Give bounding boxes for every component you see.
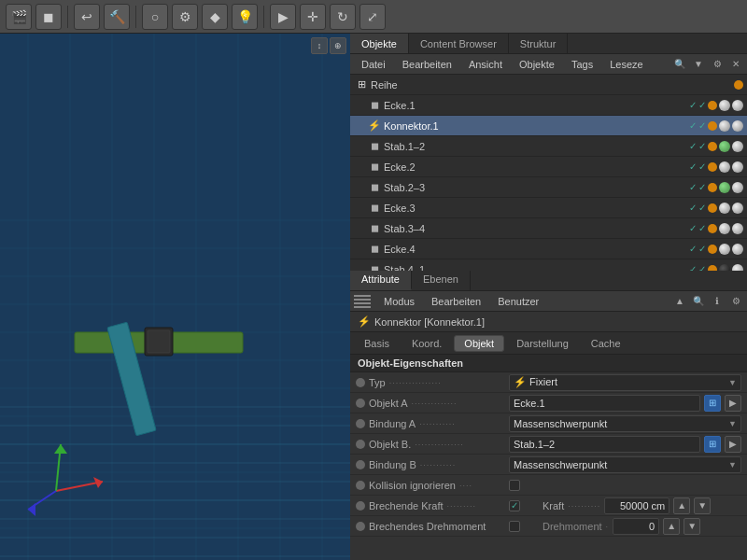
field-dot-bb bbox=[356, 460, 365, 469]
separator-2 bbox=[135, 6, 136, 28]
field-drehmoment-value: Drehmoment · ▲ ▼ bbox=[509, 518, 741, 535]
kraft-up[interactable]: ▲ bbox=[673, 497, 690, 514]
menu-objekte[interactable]: Objekte bbox=[512, 57, 562, 72]
scale-button[interactable]: ⤢ bbox=[359, 4, 386, 30]
kollision-checkbox[interactable] bbox=[509, 480, 520, 491]
tab-content-browser[interactable]: Content Browser bbox=[409, 34, 509, 53]
attr-menu-modus[interactable]: Modus bbox=[376, 294, 422, 309]
drehmoment-down[interactable]: ▼ bbox=[684, 518, 700, 535]
subtab-objekt[interactable]: Objekt bbox=[454, 335, 504, 352]
film-button[interactable]: 🎬 bbox=[6, 4, 32, 30]
menu-ansicht[interactable]: Ansicht bbox=[461, 57, 510, 72]
field-objekt-b-value: ⊞ ▶ bbox=[509, 436, 741, 453]
kraft-input[interactable] bbox=[604, 497, 669, 514]
gear-button[interactable]: ⚙ bbox=[172, 4, 198, 30]
bulb-button[interactable]: 💡 bbox=[232, 4, 258, 30]
subtab-basis[interactable]: Basis bbox=[354, 335, 400, 352]
settings-icon[interactable]: ⚙ bbox=[710, 57, 725, 72]
filter-icon[interactable]: ▼ bbox=[691, 57, 706, 72]
list-item-ecke4[interactable]: ◼ Ecke.4 ✓ ✓ bbox=[350, 239, 747, 259]
circle-button[interactable]: ○ bbox=[142, 4, 168, 30]
material-ball-2 bbox=[732, 100, 743, 111]
list-item-stab41[interactable]: ◼ Stab.4–1 ✓ ✓ bbox=[350, 259, 747, 271]
subtab-cache[interactable]: Cache bbox=[581, 335, 631, 352]
objekt-b-arrow-btn[interactable]: ▶ bbox=[725, 436, 741, 453]
list-item-stab12[interactable]: ◼ Stab.1–2 ✓ ✓ bbox=[350, 136, 747, 157]
list-item-konnektor1[interactable]: ⚡ Konnektor.1 ✓ ✓ bbox=[350, 116, 747, 136]
separator-1 bbox=[67, 6, 68, 28]
attr-info-icon[interactable]: ℹ bbox=[710, 294, 725, 309]
kraft-checkbox[interactable]: ✓ bbox=[509, 500, 520, 511]
list-item-stab34[interactable]: ◼ Stab.3–4 ✓ ✓ bbox=[350, 218, 747, 239]
obj-name-stab23: Stab.2–3 bbox=[384, 182, 689, 193]
menu-tags[interactable]: Tags bbox=[564, 57, 600, 72]
vp-move-btn[interactable]: ↕ bbox=[311, 37, 328, 54]
subtab-koord[interactable]: Koord. bbox=[402, 335, 452, 352]
obj-name-stab41: Stab.4–1 bbox=[384, 264, 689, 272]
obj-row-controls: ✓ ✓ bbox=[689, 120, 743, 132]
attr-fields: Typ ················ ⚡ Fixiert ▼ Obje bbox=[350, 372, 747, 560]
arrow-button[interactable]: ↩ bbox=[74, 4, 100, 30]
list-item-reihe[interactable]: ⊞ Reihe bbox=[350, 75, 747, 95]
menu-datei[interactable]: Datei bbox=[354, 57, 393, 72]
menu-leseze[interactable]: Leseze bbox=[602, 57, 650, 72]
attr-search-icon[interactable]: 🔍 bbox=[691, 294, 706, 309]
diamond-button[interactable]: ◆ bbox=[202, 4, 228, 30]
subtab-darstellung[interactable]: Darstellung bbox=[506, 335, 579, 352]
attr-tabs: Attribute Ebenen bbox=[350, 271, 747, 291]
tab-ebenen[interactable]: Ebenen bbox=[412, 271, 471, 290]
tab-struktur[interactable]: Struktur bbox=[509, 34, 569, 53]
box-icon-8: ◼ bbox=[367, 262, 382, 272]
material-ball-2 bbox=[732, 264, 743, 272]
field-bindung-a-value: Massenschwerpunkt ▼ bbox=[509, 415, 741, 432]
move-button[interactable]: ✛ bbox=[300, 4, 326, 30]
typ-dropdown[interactable]: ⚡ Fixiert ▼ bbox=[509, 374, 741, 391]
bindung-a-dropdown[interactable]: Massenschwerpunkt ▼ bbox=[509, 415, 741, 432]
orange-dot bbox=[708, 142, 717, 151]
list-item-ecke1[interactable]: ◼ Ecke.1 ✓ ✓ bbox=[350, 95, 747, 116]
field-dot-koll bbox=[356, 481, 365, 490]
objekt-a-arrow-btn[interactable]: ▶ bbox=[725, 395, 741, 412]
tab-attribute[interactable]: Attribute bbox=[350, 271, 412, 290]
field-dot-kraft bbox=[356, 501, 365, 511]
attr-title-text: Konnektor [Konnektor.1] bbox=[374, 316, 485, 328]
list-item-ecke3[interactable]: ◼ Ecke.3 ✓ ✓ bbox=[350, 198, 747, 218]
list-item-ecke2[interactable]: ◼ Ecke.2 ✓ ✓ bbox=[350, 157, 747, 177]
obj-row-controls: ✓ ✓ bbox=[689, 264, 743, 272]
bindung-b-dropdown[interactable]: Massenschwerpunkt ▼ bbox=[509, 456, 741, 473]
attr-sub-tabs: Basis Koord. Objekt Darstellung Cache bbox=[350, 332, 747, 355]
rotate-button[interactable]: ↻ bbox=[330, 4, 356, 30]
field-typ-value: ⚡ Fixiert ▼ bbox=[509, 374, 741, 391]
obj-row-controls: ✓ ✓ bbox=[689, 203, 743, 214]
vp-zoom-btn[interactable]: ⊕ bbox=[330, 37, 346, 54]
menu-icons: 🔍 ▼ ⚙ ✕ bbox=[672, 57, 743, 72]
select-button[interactable]: ▶ bbox=[270, 4, 296, 30]
list-item-stab23[interactable]: ◼ Stab.2–3 ✓ ✓ bbox=[350, 177, 747, 198]
field-bindung-b-value: Massenschwerpunkt ▼ bbox=[509, 456, 741, 473]
drehmoment-checkbox[interactable] bbox=[509, 521, 520, 532]
hammer-button[interactable]: 🔨 bbox=[104, 4, 130, 30]
attr-menu: Modus Bearbeiten Benutzer ▲ 🔍 ℹ ⚙ bbox=[350, 291, 747, 312]
obj-name-ecke1: Ecke.1 bbox=[384, 100, 689, 111]
attr-gear-icon[interactable]: ⚙ bbox=[728, 294, 743, 309]
drehmoment-input[interactable] bbox=[613, 518, 659, 535]
tab-objekte[interactable]: Objekte bbox=[350, 34, 409, 53]
close-icon[interactable]: ✕ bbox=[728, 57, 743, 72]
cube-button[interactable]: ◼ bbox=[35, 4, 62, 30]
material-ball-2 bbox=[732, 223, 743, 234]
connector-icon: ⚡ bbox=[367, 119, 382, 133]
viewport-3d[interactable]: ↕ ⊕ bbox=[0, 34, 350, 560]
kraft-down[interactable]: ▼ bbox=[694, 497, 711, 514]
objekt-a-input[interactable] bbox=[509, 395, 700, 412]
attr-title: ⚡ Konnektor [Konnektor.1] bbox=[350, 312, 747, 332]
attr-menu-bearbeiten[interactable]: Bearbeiten bbox=[424, 294, 488, 309]
object-list: ⊞ Reihe ◼ Ecke.1 ✓ ✓ bbox=[350, 75, 747, 271]
objekt-a-link-btn[interactable]: ⊞ bbox=[704, 395, 721, 412]
search-icon[interactable]: 🔍 bbox=[672, 57, 687, 72]
field-kraft-label: Brechende Kraft ········· bbox=[356, 500, 505, 511]
menu-bearbeiten[interactable]: Bearbeiten bbox=[395, 57, 459, 72]
attr-menu-benutzer[interactable]: Benutzer bbox=[490, 294, 546, 309]
objekt-b-input[interactable] bbox=[509, 436, 700, 453]
drehmoment-up[interactable]: ▲ bbox=[663, 518, 680, 535]
objekt-b-link-btn[interactable]: ⊞ bbox=[704, 436, 721, 453]
